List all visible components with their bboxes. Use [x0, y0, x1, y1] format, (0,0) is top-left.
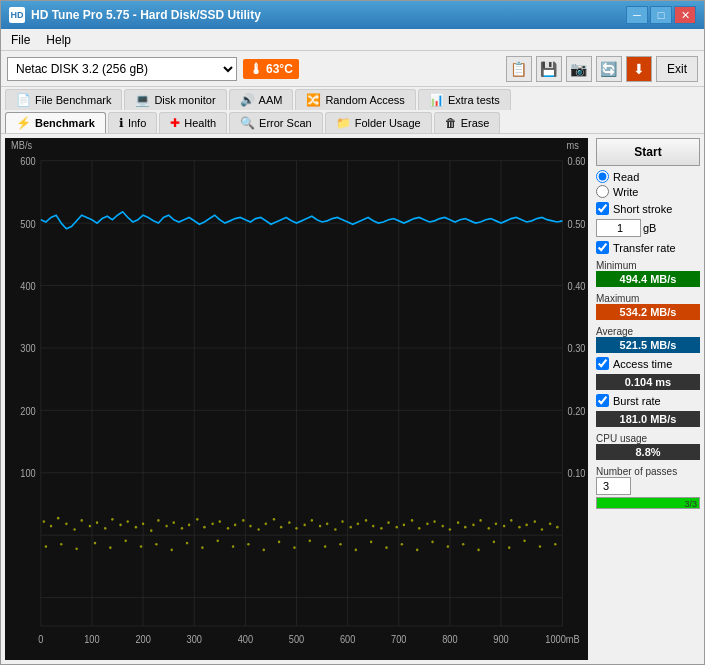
- svg-point-56: [119, 524, 121, 527]
- passes-spinbox[interactable]: [596, 477, 631, 495]
- benchmark-icon: ⚡: [16, 116, 31, 130]
- svg-point-110: [534, 520, 536, 523]
- menu-file[interactable]: File: [5, 31, 36, 49]
- svg-point-139: [431, 541, 433, 544]
- svg-point-102: [472, 524, 474, 527]
- tab-benchmark-label: Benchmark: [35, 117, 95, 129]
- tab-random-access[interactable]: 🔀 Random Access: [295, 89, 415, 110]
- svg-point-92: [396, 526, 398, 529]
- svg-point-117: [94, 542, 96, 545]
- tab-aam[interactable]: 🔊 AAM: [229, 89, 294, 110]
- tab-benchmark[interactable]: ⚡ Benchmark: [5, 112, 106, 133]
- minimum-stat: Minimum 494.4 MB/s: [596, 258, 700, 287]
- thermometer-icon: 🌡: [249, 61, 263, 77]
- svg-point-125: [217, 539, 219, 542]
- svg-point-107: [510, 519, 512, 522]
- tab-file-benchmark[interactable]: 📄 File Benchmark: [5, 89, 122, 110]
- svg-text:400: 400: [20, 281, 36, 293]
- svg-point-87: [357, 522, 359, 525]
- svg-text:0.60: 0.60: [568, 156, 586, 168]
- tab-disk-monitor[interactable]: 💻 Disk monitor: [124, 89, 226, 110]
- exit-button[interactable]: Exit: [656, 56, 698, 82]
- error-scan-icon: 🔍: [240, 116, 255, 130]
- svg-point-63: [173, 521, 175, 524]
- toolbar-icon-4[interactable]: 🔄: [596, 56, 622, 82]
- short-stroke-checkbox[interactable]: [596, 202, 609, 215]
- svg-point-66: [196, 518, 198, 521]
- file-benchmark-icon: 📄: [16, 93, 31, 107]
- window-title: HD Tune Pro 5.75 - Hard Disk/SSD Utility: [31, 8, 261, 22]
- svg-text:100: 100: [20, 468, 36, 480]
- minimize-button[interactable]: ─: [626, 6, 648, 24]
- svg-point-142: [477, 549, 479, 552]
- svg-point-74: [257, 528, 259, 531]
- svg-point-98: [442, 525, 444, 528]
- main-content: 600 500 400 300 200 100 MB/s 0.60 0.50 0…: [1, 134, 704, 664]
- svg-text:600: 600: [20, 156, 36, 168]
- aam-icon: 🔊: [240, 93, 255, 107]
- svg-point-55: [111, 518, 113, 521]
- main-window: HD HD Tune Pro 5.75 - Hard Disk/SSD Util…: [0, 0, 705, 665]
- tab-health[interactable]: ✚ Health: [159, 112, 227, 133]
- tab-info[interactable]: ℹ Info: [108, 112, 157, 133]
- access-time-label: Access time: [613, 358, 672, 370]
- read-write-group: Read Write: [596, 170, 700, 198]
- svg-point-91: [387, 521, 389, 524]
- svg-point-113: [556, 526, 558, 529]
- info-icon: ℹ: [119, 116, 124, 130]
- toolbar-icon-3[interactable]: 📷: [566, 56, 592, 82]
- svg-text:200: 200: [20, 405, 36, 417]
- svg-text:300: 300: [20, 343, 36, 355]
- passes-section: Number of passes 3/3: [596, 464, 700, 509]
- access-time-value: 0.104 ms: [596, 374, 700, 390]
- svg-point-50: [73, 528, 75, 531]
- svg-text:0: 0: [38, 634, 44, 646]
- extra-tests-icon: 📊: [429, 93, 444, 107]
- close-button[interactable]: ✕: [674, 6, 696, 24]
- access-time-checkbox[interactable]: [596, 357, 609, 370]
- maximum-stat: Maximum 534.2 MB/s: [596, 291, 700, 320]
- svg-point-119: [124, 539, 126, 542]
- svg-text:1000mB: 1000mB: [545, 634, 579, 646]
- svg-text:600: 600: [340, 634, 356, 646]
- toolbar-icon-download[interactable]: ⬇: [626, 56, 652, 82]
- svg-point-133: [339, 543, 341, 546]
- write-radio[interactable]: [596, 185, 609, 198]
- svg-point-100: [457, 521, 459, 524]
- write-radio-item: Write: [596, 185, 700, 198]
- maximum-value: 534.2 MB/s: [596, 304, 700, 320]
- svg-point-90: [380, 527, 382, 530]
- svg-text:900: 900: [493, 634, 509, 646]
- svg-text:700: 700: [391, 634, 407, 646]
- transfer-rate-checkbox[interactable]: [596, 241, 609, 254]
- tab-extra-tests[interactable]: 📊 Extra tests: [418, 89, 511, 110]
- tab-folder-usage[interactable]: 📁 Folder Usage: [325, 112, 432, 133]
- short-stroke-spinbox[interactable]: [596, 219, 641, 237]
- average-stat: Average 521.5 MB/s: [596, 324, 700, 353]
- maximize-button[interactable]: □: [650, 6, 672, 24]
- svg-point-49: [65, 522, 67, 525]
- menu-help[interactable]: Help: [40, 31, 77, 49]
- read-radio[interactable]: [596, 170, 609, 183]
- maximum-label: Maximum: [596, 293, 700, 304]
- short-stroke-spinbox-row: gB: [596, 219, 700, 237]
- toolbar-icon-1[interactable]: 📋: [506, 56, 532, 82]
- tab-erase[interactable]: 🗑 Erase: [434, 112, 501, 133]
- disk-monitor-icon: 💻: [135, 93, 150, 107]
- svg-point-95: [418, 527, 420, 530]
- burst-rate-value: 181.0 MB/s: [596, 411, 700, 427]
- svg-text:ms: ms: [567, 140, 579, 152]
- disk-select[interactable]: Netac DISK 3.2 (256 gB): [7, 57, 237, 81]
- toolbar-icon-2[interactable]: 💾: [536, 56, 562, 82]
- passes-row: [596, 477, 700, 495]
- svg-point-129: [278, 541, 280, 544]
- transfer-rate-checkbox-item: Transfer rate: [596, 241, 700, 254]
- svg-point-59: [142, 522, 144, 525]
- svg-point-77: [280, 526, 282, 529]
- start-button[interactable]: Start: [596, 138, 700, 166]
- average-value: 521.5 MB/s: [596, 337, 700, 353]
- tab-error-scan[interactable]: 🔍 Error Scan: [229, 112, 323, 133]
- burst-rate-checkbox[interactable]: [596, 394, 609, 407]
- svg-point-126: [232, 545, 234, 548]
- svg-text:0.30: 0.30: [568, 343, 586, 355]
